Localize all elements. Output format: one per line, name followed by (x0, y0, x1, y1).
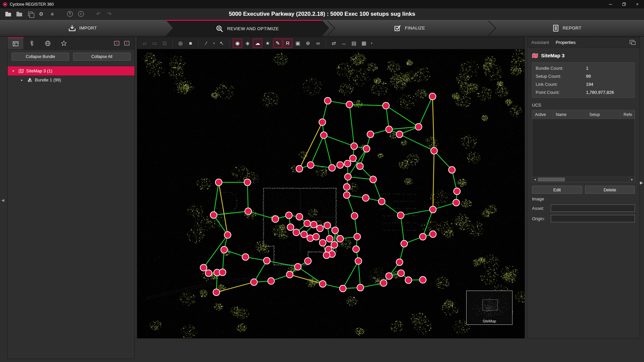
link-line[interactable] (350, 105, 386, 106)
setup-node[interactable] (346, 101, 353, 108)
link-line[interactable] (254, 261, 267, 282)
import-project-icon[interactable] (15, 10, 23, 18)
setup-node[interactable] (351, 213, 358, 219)
setup-node[interactable] (294, 263, 301, 270)
setup-node[interactable] (429, 93, 436, 100)
link-line[interactable] (298, 267, 323, 284)
link-line[interactable] (216, 282, 254, 292)
setup-node[interactable] (205, 270, 212, 277)
link-line[interactable] (350, 105, 354, 146)
tree-item-bundle[interactable]: Bundle 1 (99) (8, 75, 135, 84)
sitemap-viewer[interactable]: SiteMap (137, 49, 525, 339)
setup-node[interactable] (396, 259, 403, 265)
setup-node[interactable] (367, 131, 374, 138)
setup-node[interactable] (357, 284, 364, 291)
tab-assistant[interactable]: Assistant (531, 40, 549, 45)
setup-node[interactable] (310, 221, 317, 228)
link-line[interactable] (433, 151, 434, 209)
setup-node[interactable] (213, 289, 220, 296)
help-icon[interactable]: ? (66, 10, 74, 18)
redo-icon[interactable]: ↷ (105, 10, 113, 18)
setup-node[interactable] (224, 232, 231, 238)
measure-tool-icon[interactable]: ∕ (202, 39, 211, 48)
setup-node[interactable] (337, 162, 343, 168)
setup-node[interactable] (354, 233, 361, 240)
setup-node[interactable] (448, 167, 455, 173)
tab-assets[interactable] (24, 37, 40, 49)
auto-register-icon[interactable]: R (283, 39, 292, 48)
link-line[interactable] (419, 97, 433, 127)
setup-node[interactable] (362, 195, 369, 201)
link-line[interactable] (358, 261, 360, 288)
about-info-icon[interactable]: i (77, 10, 85, 18)
panel-layout-button[interactable] (630, 40, 636, 45)
origin-input[interactable] (551, 215, 635, 222)
link-line[interactable] (324, 135, 354, 146)
setup-node[interactable] (319, 239, 326, 246)
setup-node[interactable] (313, 233, 319, 240)
measure-caret-icon[interactable]: ▾ (212, 39, 216, 48)
link-line[interactable] (401, 215, 404, 244)
setup-node[interactable] (401, 240, 408, 247)
geotag-pin-icon[interactable]: ⊕ (303, 39, 313, 48)
expand-icon[interactable] (12, 69, 16, 73)
setup-node[interactable] (245, 208, 252, 215)
collapse-bundle-button[interactable]: Collapse Bundle (12, 53, 69, 61)
setup-node[interactable] (343, 184, 350, 190)
setup-node[interactable] (378, 198, 385, 205)
setup-node[interactable] (287, 224, 294, 231)
event-log-icon[interactable]: ≡ (48, 10, 56, 18)
swap-setups-icon[interactable]: ⇄ (329, 39, 338, 48)
setup-node[interactable] (317, 225, 323, 232)
setup-node[interactable] (319, 281, 326, 287)
setup-node[interactable] (321, 132, 327, 138)
setup-node[interactable] (324, 222, 331, 229)
collapse-icon[interactable] (21, 78, 25, 82)
maximize-button[interactable] (617, 0, 631, 8)
link-line[interactable] (290, 275, 323, 284)
tab-properties[interactable]: Properties (556, 40, 576, 45)
link-line[interactable] (386, 106, 419, 127)
scroll-right-arrow[interactable] (629, 177, 635, 182)
link-line[interactable] (343, 261, 358, 289)
setup-node[interactable] (344, 160, 351, 167)
close-button[interactable]: × (631, 0, 644, 8)
setup-node[interactable] (430, 231, 436, 237)
setup-node[interactable] (331, 241, 338, 248)
tree-item-sitemap[interactable]: SiteMap 3 (1) (8, 66, 135, 75)
ucs-horizontal-scrollbar[interactable] (532, 177, 635, 182)
setup-node[interactable] (339, 285, 346, 292)
setup-node[interactable] (353, 246, 360, 252)
setup-node[interactable] (386, 273, 392, 280)
setup-node[interactable] (242, 254, 249, 260)
link-line[interactable] (248, 211, 275, 219)
link-line[interactable] (432, 97, 434, 151)
draw-link-icon[interactable]: ✎ (273, 39, 282, 48)
expand-right-panel-arrow[interactable] (640, 180, 643, 185)
setup-node[interactable] (304, 220, 311, 227)
setup-node[interactable] (301, 231, 308, 238)
zoom-fit-icon[interactable]: ⊡ (160, 39, 169, 48)
scroll-left-arrow[interactable] (532, 177, 538, 182)
setup-node[interactable] (405, 277, 412, 284)
link-line[interactable] (248, 182, 248, 211)
setup-node[interactable] (305, 258, 311, 264)
setup-node[interactable] (296, 214, 303, 220)
sitemap-image-icon[interactable]: ▤ (349, 39, 359, 48)
setup-node[interactable] (430, 206, 436, 213)
delete-button[interactable]: Delete (585, 186, 635, 194)
setup-node[interactable] (337, 235, 343, 242)
link-line[interactable] (434, 151, 452, 170)
ucs-col-reference[interactable]: Refe (621, 110, 635, 119)
manage-panels-icon[interactable] (26, 10, 34, 18)
ucs-col-active[interactable]: Active (532, 110, 553, 119)
dock-panel-button[interactable] (122, 37, 132, 49)
show-setup-spheres-icon[interactable]: ◎ (176, 39, 185, 48)
undock-panel-button[interactable] (112, 37, 122, 49)
link-line[interactable] (389, 127, 419, 129)
setup-node[interactable] (386, 126, 392, 133)
setup-node[interactable] (357, 163, 363, 170)
grid-icon[interactable]: ▦ (359, 39, 369, 48)
setup-labels-icon[interactable]: ◈ (243, 39, 252, 48)
setup-node[interactable] (344, 174, 351, 180)
